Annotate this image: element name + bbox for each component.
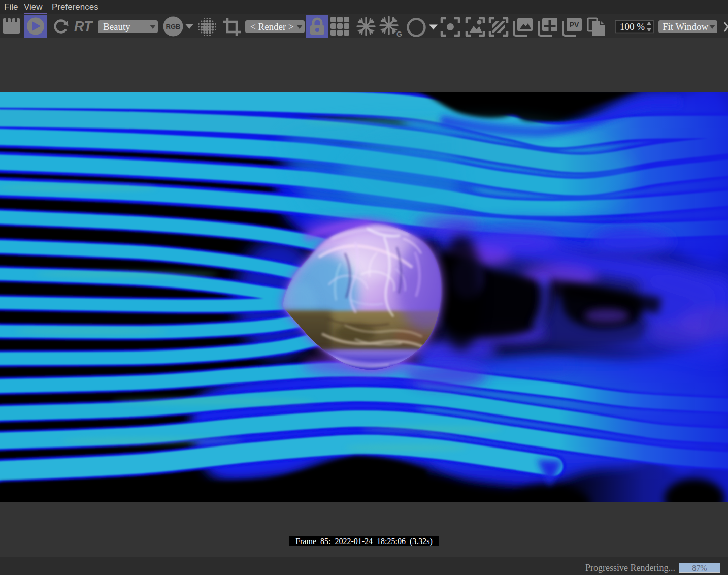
- svg-text:< Render >: < Render >: [250, 21, 294, 32]
- svg-text:100 %: 100 %: [620, 21, 645, 32]
- svg-text:Fit Window: Fit Window: [663, 21, 708, 32]
- svg-text:RT: RT: [74, 19, 93, 34]
- svg-text:G: G: [396, 30, 402, 38]
- svg-text:Beauty: Beauty: [103, 21, 130, 32]
- svg-text:PV: PV: [570, 21, 579, 29]
- svg-text:RGB: RGB: [166, 23, 181, 30]
